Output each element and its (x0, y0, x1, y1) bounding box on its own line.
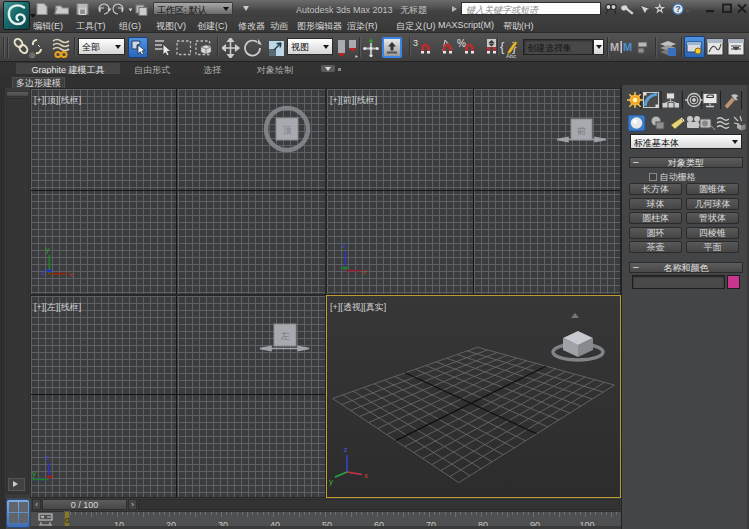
svg-text:M: M (610, 41, 619, 53)
svg-text:◎: ◎ (29, 51, 35, 58)
svg-text:z: z (41, 268, 45, 277)
svg-text:z: z (344, 445, 348, 454)
svg-text:%: % (457, 38, 466, 49)
svg-text:x: x (69, 270, 73, 279)
svg-text:y: y (46, 245, 50, 254)
svg-text:顶: 顶 (283, 125, 292, 135)
svg-text:x: x (362, 267, 366, 276)
svg-text:M: M (623, 41, 632, 53)
svg-text:Abc: Abc (506, 53, 516, 59)
svg-text:z: z (45, 453, 49, 462)
svg-text:?: ? (675, 4, 681, 14)
svg-text:左: 左 (281, 331, 290, 341)
svg-text:前: 前 (577, 126, 586, 136)
svg-text:z: z (342, 241, 346, 250)
svg-text:y: y (329, 477, 333, 486)
svg-text:x: x (364, 471, 368, 480)
svg-text:{: { (500, 39, 505, 54)
svg-text:3: 3 (413, 38, 418, 48)
svg-text:y: y (32, 469, 36, 478)
